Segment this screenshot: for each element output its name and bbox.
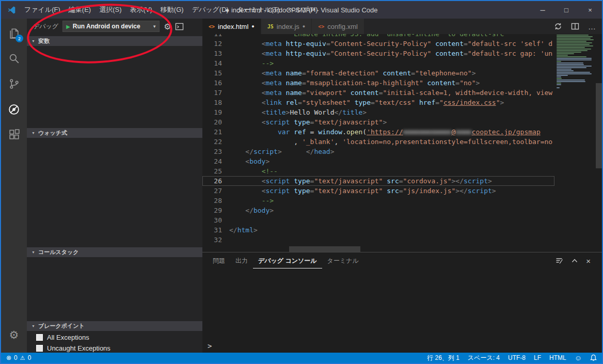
sidebar-item-explorer[interactable]: 2	[1, 21, 27, 46]
debug-config-dropdown[interactable]: ▶ Run Android on device ▼	[62, 21, 160, 32]
code-line[interactable]: 29 </body>	[202, 205, 554, 215]
code-line[interactable]: 26 <script type="text/javascript" src="c…	[202, 176, 554, 186]
code-line[interactable]: 18 <link rel="stylesheet" type="text/css…	[202, 98, 554, 107]
tab-index.js[interactable]: JSindex.js●	[261, 19, 312, 34]
line-number[interactable]: 13	[202, 49, 222, 58]
vertical-scrollbar[interactable]	[596, 34, 602, 246]
settings-gear-button[interactable]: ⚙	[1, 322, 27, 347]
line-number[interactable]: 19	[202, 107, 222, 117]
panel-tab-問題[interactable]: 問題	[208, 254, 230, 268]
breakpoint-checkbox[interactable]	[36, 334, 43, 341]
sidebar-item-source-control[interactable]	[1, 71, 27, 97]
section-header-breakpoints[interactable]: ▼ ブレークポイント	[27, 321, 202, 331]
eol-setting[interactable]: LF	[534, 354, 541, 361]
section-header-callstack[interactable]: ▼ コールスタック	[27, 247, 202, 257]
code-line[interactable]: 13 <meta http-equiv="Content-Security-Po…	[202, 49, 554, 58]
line-number[interactable]: 22	[202, 137, 222, 147]
line-number[interactable]: 29	[202, 205, 222, 215]
sidebar-item-debug[interactable]	[1, 97, 27, 122]
line-number[interactable]: 12	[202, 39, 222, 49]
line-number[interactable]: 11	[202, 34, 222, 39]
breakpoint-checkbox[interactable]	[36, 345, 43, 352]
notifications-bell-icon[interactable]	[590, 354, 597, 361]
code-line[interactable]: 11 Enable inline JS: add 'unsafe-inline'…	[202, 34, 554, 39]
line-number[interactable]: 32	[202, 235, 222, 245]
start-debug-icon[interactable]: ▶	[63, 24, 73, 29]
line-number[interactable]: 21	[202, 127, 222, 137]
code-line[interactable]: 23 </script> </head>	[202, 147, 554, 156]
chevron-down-icon[interactable]: ▼	[150, 24, 159, 29]
menu-item[interactable]: 表示(V)	[126, 1, 156, 19]
sidebar-item-extensions[interactable]	[1, 122, 27, 147]
code-line[interactable]: 14 -->	[202, 58, 554, 68]
menu-item[interactable]: ターミナル(T)	[233, 1, 284, 19]
line-number[interactable]: 24	[202, 156, 222, 166]
menu-item[interactable]: デバッグ(D)	[188, 1, 233, 19]
panel-tab-出力[interactable]: 出力	[230, 254, 253, 268]
panel-tab-デバッグ コンソール[interactable]: デバッグ コンソール	[253, 254, 322, 268]
line-number[interactable]: 30	[202, 215, 222, 225]
cursor-position[interactable]: 行 26、列 1	[427, 354, 459, 362]
code-line[interactable]: 17 <meta name="viewport" content="initia…	[202, 88, 554, 98]
code-line[interactable]: 30	[202, 215, 554, 225]
line-number[interactable]: 16	[202, 78, 222, 88]
menu-item[interactable]: 編集(E)	[65, 1, 95, 19]
tab-index.html[interactable]: <>index.html●	[202, 19, 261, 34]
debug-console-body[interactable]: >	[202, 269, 602, 353]
code-editor[interactable]: 11 Enable inline JS: add 'unsafe-inline'…	[202, 34, 602, 252]
line-number[interactable]: 17	[202, 88, 222, 98]
split-editor-icon[interactable]	[571, 22, 579, 30]
indentation-setting[interactable]: スペース: 4	[468, 354, 500, 362]
line-number[interactable]: 28	[202, 196, 222, 205]
code-line[interactable]: 19 <title>Hello World</title>	[202, 107, 554, 117]
encoding-setting[interactable]: UTF-8	[508, 354, 526, 361]
code-line[interactable]: 32	[202, 235, 554, 245]
language-mode[interactable]: HTML	[549, 354, 566, 361]
line-number[interactable]: 25	[202, 166, 222, 176]
configure-gear-icon[interactable]: ⚙	[164, 22, 171, 31]
menu-item[interactable]: ファイル(F)	[20, 1, 65, 19]
debug-console-toggle-icon[interactable]	[175, 23, 184, 30]
close-button[interactable]: ×	[578, 1, 602, 19]
line-number[interactable]: 15	[202, 68, 222, 78]
close-panel-icon[interactable]: ×	[586, 257, 591, 265]
tab-config.xml[interactable]: <>config.xml	[312, 19, 364, 34]
more-actions-icon[interactable]: …	[588, 22, 596, 31]
code-line[interactable]: 28 -->	[202, 196, 554, 205]
breakpoint-item[interactable]: All Exceptions	[27, 332, 202, 343]
line-number[interactable]: 23	[202, 147, 222, 156]
code-line[interactable]: 25 <!--	[202, 166, 554, 176]
code-line[interactable]: 12 <meta http-equiv="Content-Security-Po…	[202, 39, 554, 49]
code-line[interactable]: 22 , '_blank', 'location=no,presentation…	[202, 137, 554, 147]
maximize-button[interactable]: □	[554, 1, 578, 19]
line-number[interactable]: 14	[202, 58, 222, 68]
code-line[interactable]: 15 <meta name="format-detection" content…	[202, 68, 554, 78]
code-lines[interactable]: 11 Enable inline JS: add 'unsafe-inline'…	[202, 34, 554, 246]
minimize-button[interactable]: ─	[531, 1, 554, 19]
code-line[interactable]: 16 <meta name="msapplication-tap-highlig…	[202, 78, 554, 88]
console-input-prompt[interactable]: >	[208, 342, 212, 350]
code-line[interactable]: 20 <script type="text/javascript">	[202, 117, 554, 127]
problems-status[interactable]: ⊗ 0 ⚠ 0	[6, 354, 31, 361]
minimap[interactable]	[554, 34, 596, 246]
menu-item[interactable]: 選択(S)	[95, 1, 125, 19]
panel-tab-ターミナル[interactable]: ターミナル	[322, 254, 364, 268]
menu-item[interactable]: 移動(G)	[156, 1, 188, 19]
horizontal-scrollbar-thumb[interactable]	[289, 246, 360, 252]
horizontal-scrollbar[interactable]	[202, 246, 554, 252]
vertical-scrollbar-thumb[interactable]	[596, 83, 602, 168]
clear-console-icon[interactable]	[555, 257, 563, 265]
line-number[interactable]: 31	[202, 225, 222, 235]
code-line[interactable]: 31</html>	[202, 225, 554, 235]
sync-changes-icon[interactable]	[554, 22, 562, 30]
section-header-variables[interactable]: ▼ 変数	[27, 36, 202, 46]
line-number[interactable]: 27	[202, 186, 222, 196]
sidebar-item-search[interactable]	[1, 46, 27, 71]
section-header-watch[interactable]: ▼ ウォッチ式	[27, 128, 202, 138]
line-number[interactable]: 18	[202, 98, 222, 107]
line-number[interactable]: 26	[202, 176, 222, 186]
code-line[interactable]: 27 <script type="text/javascript" src="j…	[202, 186, 554, 196]
maximize-panel-icon[interactable]	[571, 257, 578, 264]
code-line[interactable]: 24 <body>	[202, 156, 554, 166]
breakpoint-item[interactable]: Uncaught Exceptions	[27, 343, 202, 353]
